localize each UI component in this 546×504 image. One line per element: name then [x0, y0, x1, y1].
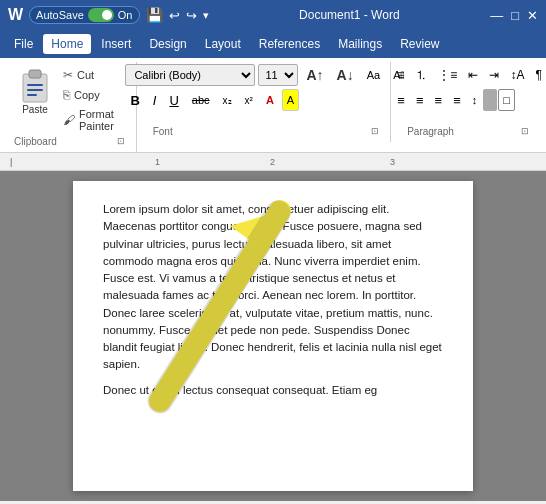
copy-button[interactable]: ⎘ Copy — [60, 86, 128, 104]
bold-button[interactable]: B — [125, 89, 144, 111]
autosave-label: AutoSave — [36, 9, 84, 21]
list-number-button[interactable]: ⒈ — [410, 64, 432, 86]
menu-design[interactable]: Design — [141, 34, 194, 54]
copy-label: Copy — [74, 89, 100, 101]
cut-icon: ✂ — [63, 68, 73, 82]
customize-icon[interactable]: ▾ — [203, 9, 209, 22]
border-button[interactable]: □ — [498, 89, 515, 111]
font-grow-button[interactable]: A↑ — [301, 64, 328, 86]
paragraph-2: Donec ut est in lectus consequat consequ… — [103, 382, 443, 399]
svg-rect-4 — [27, 94, 37, 96]
menu-references[interactable]: References — [251, 34, 328, 54]
close-btn[interactable]: ✕ — [527, 8, 538, 23]
clipboard-group: Paste ✂ Cut ⎘ Copy — [6, 62, 137, 152]
clipboard-group-label: Clipboard — [14, 136, 57, 147]
format-painter-button[interactable]: 🖌 Format Painter — [60, 106, 128, 134]
highlight-button[interactable]: A — [282, 89, 299, 111]
superscript-button[interactable]: x² — [240, 89, 258, 111]
paste-button[interactable]: Paste — [14, 64, 56, 117]
ruler-two: 3 — [390, 157, 395, 167]
paragraph-group: ≡ ⒈ ⋮≡ ⇤ ⇥ ↕A ¶ ≡ ≡ ≡ ≡ ↕ □ — [399, 62, 540, 142]
font-group: Calibri (Body) 11 A↑ A↓ Aa A⃝ B I U abc … — [145, 62, 391, 142]
subscript-button[interactable]: x₂ — [218, 89, 237, 111]
svg-rect-1 — [29, 70, 41, 78]
menu-layout[interactable]: Layout — [197, 34, 249, 54]
ruler: | 1 2 3 — [0, 153, 546, 171]
word-logo-icon: W — [8, 6, 23, 24]
redo-icon[interactable]: ↪ — [186, 8, 197, 23]
doc-title: Document1 - Word — [299, 8, 399, 22]
maximize-btn[interactable]: □ — [511, 8, 519, 23]
menu-mailings[interactable]: Mailings — [330, 34, 390, 54]
menu-file[interactable]: File — [6, 34, 41, 54]
font-shrink-button[interactable]: A↓ — [332, 64, 359, 86]
autosave-badge: AutoSave On — [29, 6, 139, 24]
align-justify-button[interactable]: ≡ — [448, 89, 466, 111]
font-name-select[interactable]: Calibri (Body) — [125, 64, 255, 86]
save-icon[interactable]: 💾 — [146, 7, 163, 23]
paste-label: Paste — [22, 104, 48, 115]
document-text[interactable]: Lorem ipsum dolor sit amet, consectetuer… — [103, 201, 443, 399]
font-group-label: Font — [153, 126, 173, 137]
paste-icon — [19, 66, 51, 104]
align-left-button[interactable]: ≡ — [392, 89, 410, 111]
cut-button[interactable]: ✂ Cut — [60, 66, 128, 84]
show-marks-button[interactable]: ¶ — [530, 64, 546, 86]
ribbon: Paste ✂ Cut ⎘ Copy — [0, 58, 546, 153]
align-center-button[interactable]: ≡ — [411, 89, 429, 111]
menu-review[interactable]: Review — [392, 34, 447, 54]
ruler-one: 2 — [270, 157, 275, 167]
window-controls: — □ ✕ — [490, 8, 538, 23]
list-multi-button[interactable]: ⋮≡ — [433, 64, 462, 86]
format-painter-label: Format Painter — [79, 108, 125, 132]
line-spacing-button[interactable]: ↕ — [467, 89, 483, 111]
text-color-button[interactable]: A — [261, 89, 279, 111]
underline-button[interactable]: U — [164, 89, 183, 111]
menu-insert[interactable]: Insert — [93, 34, 139, 54]
clipboard-expand-button[interactable]: ⊡ — [114, 134, 128, 148]
cut-label: Cut — [77, 69, 94, 81]
font-case-button[interactable]: Aa — [362, 64, 385, 86]
paragraph-1: Lorem ipsum dolor sit amet, consectetuer… — [103, 201, 443, 374]
list-bullet-button[interactable]: ≡ — [392, 64, 409, 86]
titlebar-left: W AutoSave On 💾 ↩ ↪ ▾ — [8, 6, 209, 24]
undo-icon[interactable]: ↩ — [169, 8, 180, 23]
minimize-btn[interactable]: — — [490, 8, 503, 23]
svg-rect-2 — [27, 84, 43, 86]
italic-button[interactable]: I — [148, 89, 162, 111]
indent-decrease-button[interactable]: ⇤ — [463, 64, 483, 86]
copy-icon: ⎘ — [63, 88, 70, 102]
document-area: Lorem ipsum dolor sit amet, consectetuer… — [0, 171, 546, 501]
document-page: Lorem ipsum dolor sit amet, consectetuer… — [73, 181, 473, 491]
svg-rect-3 — [27, 89, 43, 91]
sort-button[interactable]: ↕A — [505, 64, 529, 86]
font-expand-button[interactable]: ⊡ — [368, 124, 382, 138]
autosave-state: On — [118, 9, 133, 21]
shading-button[interactable] — [483, 89, 497, 111]
indent-increase-button[interactable]: ⇥ — [484, 64, 504, 86]
align-right-button[interactable]: ≡ — [430, 89, 448, 111]
format-painter-icon: 🖌 — [63, 113, 75, 127]
titlebar: W AutoSave On 💾 ↩ ↪ ▾ Document1 - Word —… — [0, 0, 546, 30]
font-size-select[interactable]: 11 — [258, 64, 298, 86]
strikethrough-button[interactable]: abc — [187, 89, 215, 111]
paragraph-expand-button[interactable]: ⊡ — [518, 124, 532, 138]
paragraph-group-label: Paragraph — [407, 126, 454, 137]
ruler-zero: 1 — [155, 157, 160, 167]
clipboard-actions: ✂ Cut ⎘ Copy 🖌 Format Painter — [60, 64, 128, 134]
menubar: File Home Insert Design Layout Reference… — [0, 30, 546, 58]
ruler-marker: | — [10, 157, 12, 167]
autosave-toggle[interactable] — [88, 8, 114, 22]
menu-home[interactable]: Home — [43, 34, 91, 54]
